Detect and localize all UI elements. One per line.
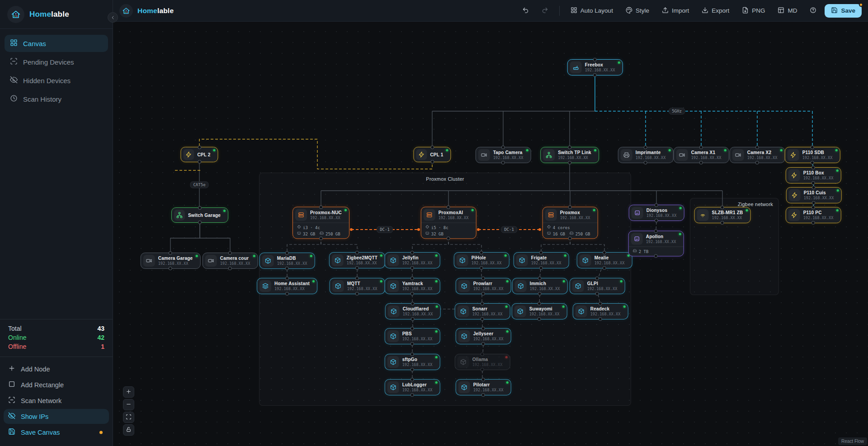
node-camera-x1[interactable]: Camera X1192.168.XX.XX — [674, 147, 729, 163]
node-title: P110 SDB — [802, 150, 833, 155]
node-title: Apollon — [646, 234, 676, 239]
node-mealie[interactable]: Mealie192.168.XX.XX — [577, 252, 632, 268]
node-apollon[interactable]: Apollon192.168.XX.XX2 TB — [628, 231, 684, 257]
import-icon — [662, 7, 669, 15]
node-sonarr[interactable]: Sonarr192.168.XX.XX — [455, 303, 510, 319]
plus-icon — [126, 389, 132, 396]
status-dot — [471, 209, 473, 211]
package-icon — [458, 381, 470, 393]
undo-button[interactable] — [518, 4, 533, 18]
add-rectangle-button[interactable]: Add Rectangle — [4, 377, 109, 392]
node-jellyseer[interactable]: Jellyseer192.168.XX.XX — [456, 328, 511, 344]
export-button[interactable]: Export — [697, 4, 734, 18]
node-suwayomi[interactable]: Suwayomi192.168.XX.XX — [512, 303, 567, 319]
import-button[interactable]: Import — [657, 4, 693, 18]
md-button[interactable]: MD — [773, 4, 802, 18]
node-pbs[interactable]: PBS192.168.XX.XX — [385, 328, 440, 344]
node-dionysos[interactable]: Dionysos192.168.XX.XX — [629, 205, 684, 221]
node-pilotarr[interactable]: Pilotarr192.168.XX.XX — [456, 379, 511, 395]
node-proxmoxai[interactable]: ProxmoxAI192.168.XX.XXi5 · 8c32 GB — [421, 207, 476, 239]
layout-grid-icon — [10, 39, 18, 48]
node-camera-cour[interactable]: Camera cour192.168.XX.XX — [203, 253, 258, 269]
node-ip: 192.168.XX.XX — [473, 337, 504, 341]
auto-layout-button[interactable]: Auto Layout — [566, 4, 618, 18]
node-ip: 192.168.XX.XX — [747, 155, 778, 160]
status-dot — [435, 356, 437, 358]
node-camera-x2[interactable]: Camera X2192.168.XX.XX — [730, 147, 785, 163]
node-prowlarr[interactable]: Prowlarr192.168.XX.XX — [456, 278, 511, 294]
fit-view-button[interactable] — [123, 412, 134, 423]
node-cpl-2[interactable]: CPL 2 — [180, 147, 218, 162]
node-imprimante[interactable]: Imprimante192.168.XX.XX — [618, 147, 674, 163]
node-ollama[interactable]: Ollama192.168.XX.XX — [455, 354, 510, 370]
node-lublogger[interactable]: LubLogger192.168.XX.XX — [385, 379, 440, 395]
node-cloudflared[interactable]: Cloudflared192.168.XX.XX — [385, 303, 441, 319]
lock-button[interactable] — [123, 424, 134, 436]
sidebar-item-hidden-devices[interactable]: Hidden Devices — [5, 72, 108, 89]
power-icon — [788, 169, 800, 181]
node-title: Imprimante — [636, 150, 666, 155]
clock-icon — [10, 94, 18, 103]
node-frigate[interactable]: Frigate192.168.XX.XX — [514, 252, 569, 268]
zoom-in-button[interactable] — [123, 386, 134, 398]
node-mqtt[interactable]: MQTT192.168.XX.XX — [330, 278, 385, 294]
node-ip: 192.168.XX.XX — [529, 312, 560, 316]
node-jellyfin[interactable]: Jellyfin192.168.XX.XX — [385, 252, 440, 268]
node-switch-garage[interactable]: Switch Garage — [171, 207, 228, 223]
node-ip: 192.168.XX.XX — [804, 196, 834, 200]
flow-canvas[interactable]: Proxmox ClusterZigbee network CAT5e5GHzD… — [0, 0, 868, 446]
package-icon — [514, 305, 526, 317]
sidebar-collapse-button[interactable] — [108, 12, 118, 23]
node-ip: 192.168.XX.XX — [531, 261, 561, 265]
node-pihole[interactable]: PiHole192.168.XX.XX — [454, 252, 509, 268]
node-zigbee2mqtt[interactable]: Zigbee2MQTT192.168.XX.XX — [329, 252, 385, 268]
node-readeck[interactable]: Readeck192.168.XX.XX — [573, 303, 628, 319]
node-p110-pc[interactable]: P110 PC192.168.XX.XX — [786, 207, 841, 223]
node-p110-sdb[interactable]: P110 SDB192.168.XX.XX — [785, 147, 840, 163]
node-freebox[interactable]: Freebox192.168.XX.XX — [567, 59, 623, 75]
sidebar-item-canvas[interactable]: Canvas — [5, 35, 108, 52]
node-p110-cuis[interactable]: P110 Cuis192.168.XX.XX — [786, 187, 842, 203]
node-switch-tp-link[interactable]: Switch TP Link192.168.XX.XX — [540, 147, 599, 163]
save-button[interactable]: Save — [825, 4, 862, 18]
node-ip: 192.168.XX.XX — [646, 213, 677, 218]
node-p110-box[interactable]: P110 Box192.168.XX.XX — [786, 167, 841, 183]
sidebar-item-pending-devices[interactable]: Pending Devices — [5, 53, 108, 70]
status-dot — [836, 189, 839, 192]
node-glpi[interactable]: GLPI192.168.XX.XX — [570, 278, 625, 294]
status-dot — [506, 330, 508, 333]
package-icon — [458, 330, 470, 342]
scan-icon — [10, 57, 18, 66]
node-sftpgo[interactable]: sftpGo192.168.XX.XX — [385, 354, 440, 370]
node-mariadb[interactable]: MariaDB192.168.XX.XX — [259, 253, 315, 269]
sidebar-item-scan-history[interactable]: Scan History — [5, 90, 108, 108]
node-immich[interactable]: Immich192.168.XX.XX — [512, 278, 568, 294]
node-tapo-camera[interactable]: Tapo Camera192.168.XX.XX — [476, 147, 531, 163]
add-node-button[interactable]: Add Node — [4, 361, 109, 376]
node-home-assistant[interactable]: Home Assistant192.168.XX.XX — [257, 278, 317, 294]
style-button[interactable]: Style — [621, 4, 654, 18]
header: Homelable Auto LayoutStyleImportExportPN… — [113, 0, 868, 22]
show-ips-button[interactable]: Show IPs — [4, 409, 109, 424]
status-dot — [724, 149, 726, 151]
scan-network-button[interactable]: Scan Network — [4, 393, 109, 408]
png-button[interactable]: PNG — [737, 4, 769, 18]
node-proxmox[interactable]: Proxmox192.168.XX.XX4 cores16 GB250 GB — [542, 207, 598, 239]
node-ip: 192.168.XX.XX — [277, 261, 307, 266]
zoom-out-button[interactable] — [123, 399, 134, 410]
sidebar-item-label: Pending Devices — [23, 58, 74, 66]
node-slzb-mr1-zb[interactable]: SLZB-MR1 ZB192.168.XX.XX — [694, 207, 751, 223]
status-dot — [836, 169, 838, 172]
scan-icon — [8, 396, 15, 405]
node-camera-garage[interactable]: Camera Garage192.168.XX.XX — [141, 253, 201, 269]
node-proxmox-nuc[interactable]: Proxmox-NUC192.168.XX.XXi3 · 4c32 GB250 … — [292, 207, 349, 239]
status-dot — [505, 356, 507, 358]
node-ip: 192.168.XX.XX — [402, 337, 433, 341]
node-yamtrack[interactable]: Yamtrack192.168.XX.XX — [385, 278, 440, 294]
node-cpl-1[interactable]: CPL 1 — [413, 147, 451, 162]
save-canvas-button[interactable]: Save Canvas — [4, 425, 109, 440]
status-dot — [835, 149, 837, 151]
cpu-icon — [297, 225, 301, 230]
redo-button[interactable] — [537, 4, 553, 18]
help-button[interactable] — [805, 4, 821, 18]
